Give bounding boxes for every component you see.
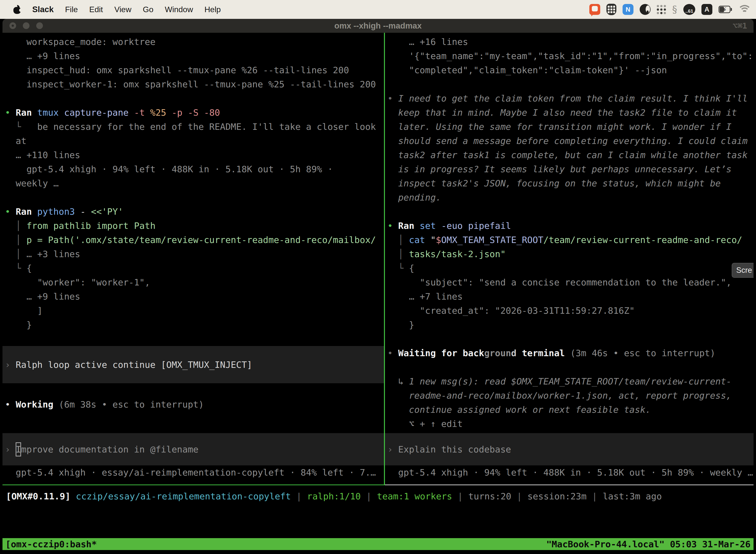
apple-menu-icon[interactable] [13,5,21,14]
tmux-host-clock: "MacBook-Pro-44.local" 05:03 31-Mar-26 [546,539,751,549]
terminal-line: "completed","claim_token":"claim-token"}… [387,63,751,77]
text-segment: Waiting for back [398,348,484,358]
text-segment: python3 [37,207,75,217]
chat-app-icon[interactable] [589,4,600,15]
crescent-app-icon[interactable] [640,4,650,15]
terminal-line: … +110 lines [5,148,381,162]
terminal-line: │ … +3 lines [5,247,381,261]
text-segment: • [5,207,16,217]
text-segment: keep that in mind. Maybe I also need the… [387,107,737,118]
menu-app-name[interactable]: Slack [32,5,54,14]
tmux-session-label: [omx-cczip0:bash* [5,539,97,549]
terminal-line: gpt-5.4 xhigh · essay/ai-reimplementatio… [5,465,381,480]
text-segment: terminal [516,348,565,358]
terminal-line: ↳ 1 new msg(s): read $OMX_TEAM_STATE_ROO… [387,374,751,388]
blank-line [387,77,751,91]
menu-item-file[interactable]: File [65,5,78,14]
text-segment: session:23m [527,491,586,501]
text-segment: Ran [16,207,32,217]
text-segment: -euo pipefail [436,221,511,231]
battery-icon[interactable]: ⚡ [718,6,733,13]
screen-tooltip: Scre [732,263,754,278]
window-shortcut-hint: ⌥⌘1 [733,19,747,33]
terminal-line: • Ran tmux capture-pane -t %25 -p -S -80 [5,106,381,120]
text-segment: turns:20 [468,491,511,501]
terminal-line: … +7 lines [387,289,751,303]
text-segment: › [387,442,398,456]
menu-item-go[interactable]: Go [143,5,153,14]
text-segment: Explain this codebase [398,442,511,456]
terminal-line: gpt-5.4 xhigh · 94% left · 488K in · 5.1… [5,162,381,176]
terminal-line: is in progress? It seems likely but perh… [387,162,751,176]
terminal-line: inspect_hud: omx sparkshell --tmux-pane … [5,63,381,77]
blank-line [387,360,751,374]
text-segment: … +3 lines [26,249,80,259]
squiggle-icon[interactable]: § [672,4,677,15]
blue-badge-icon[interactable]: N [623,4,633,15]
text-segment: '{"team_name":"my-team","task_id":"1","f… [387,51,753,61]
text-segment: ] [5,306,43,316]
input-source-icon[interactable]: A [701,4,712,15]
terminal-line: weekly … [5,176,381,190]
menu-item-help[interactable]: Help [204,5,221,14]
text-segment: at [5,136,26,146]
terminal-line: │ p = Path('.omx/state/team/review-curre… [5,233,381,247]
menu-item-edit[interactable]: Edit [89,5,103,14]
text-segment: › [5,358,16,372]
terminal-window: omx --xhigh --madmax ⌥⌘1 workspace_mode:… [2,19,754,554]
terminal-line: └ { [5,261,381,275]
text-segment: • [5,399,16,409]
text-segment: │ [387,249,409,259]
terminal-line: inspect_worker-1: omx sparkshell --tmux-… [5,77,381,91]
text-segment: tasks/task-2.json" [409,249,506,259]
text-segment: (6m 38s • esc to interrupt) [53,399,204,409]
text-segment: • [387,93,398,104]
text-segment: ⌥ + ↑ edit [387,419,462,429]
shield-grid-icon[interactable] [607,4,616,15]
text-segment: | [361,491,377,501]
menu-item-view[interactable]: View [114,5,131,14]
blank-line [5,91,381,106]
text-segment: … +9 lines [5,291,80,301]
tmux-pane-right[interactable]: … +16 lines '{"team_name":"my-team","tas… [385,33,754,485]
battery-percent-badge-icon[interactable]: ..61 [683,4,695,15]
prompt-input[interactable]: › Improve documentation in @filename [2,433,384,465]
terminal-line: └ be necessary for the end of the README… [5,120,381,134]
text-segment: I need to get the claim token from the c… [398,93,748,104]
terminal-line: task2 after task1 is complete, but can I… [387,148,751,162]
text-segment: ralph:1/10 [307,491,361,501]
terminal-line: } [5,318,381,332]
text-segment: -t [129,107,145,118]
tmux-status-bar: [omx-cczip0:bash* "MacBook-Pro-44.local"… [2,538,754,550]
text-segment: capture-pane [59,107,129,118]
text-segment: inspect task2's JSON, focusing on the st… [387,178,721,188]
terminal-line: should send a message before completing … [387,134,751,148]
terminal-line: ] [5,303,381,318]
terminal-line: … +16 lines [387,35,751,49]
terminal-line: '{"team_name":"my-team","task_id":"1","f… [387,49,751,63]
text-cursor: I [16,442,21,456]
terminal-line: at [5,134,381,148]
terminal-line: workspace_mode: worktree [5,35,381,49]
text-segment: cat [409,235,425,245]
blank-line [387,205,751,219]
terminal-area: workspace_mode: worktree … +9 lines insp… [2,33,754,485]
tmux-pane-left[interactable]: workspace_mode: worktree … +9 lines insp… [2,33,384,485]
text-segment: (3m 46s • esc to interrupt) [565,348,715,358]
window-title-bar[interactable]: omx --xhigh --madmax ⌥⌘1 [2,19,754,33]
text-segment: p = Path('.omx/state/team/review-current… [26,235,376,245]
text-segment: from pathlib import Path [26,221,155,231]
text-segment: inspect_worker-1: omx sparkshell --tmux-… [5,79,376,89]
menu-item-window[interactable]: Window [165,5,193,14]
text-segment: -p -S -80 [166,107,220,118]
blank-line [5,383,381,397]
text-segment: └ [5,122,21,132]
text-segment: | [452,491,468,501]
wifi-icon[interactable] [739,5,751,14]
text-segment: gpt-5.4 xhigh · 94% left · 488K in · 5.1… [387,467,753,478]
text-segment [70,491,76,501]
dots-grid-icon[interactable] [657,5,666,14]
prompt-input[interactable]: › Explain this codebase [385,433,754,465]
text-segment: │ [5,221,26,231]
terminal-line: • I need to get the claim token from the… [387,91,751,106]
